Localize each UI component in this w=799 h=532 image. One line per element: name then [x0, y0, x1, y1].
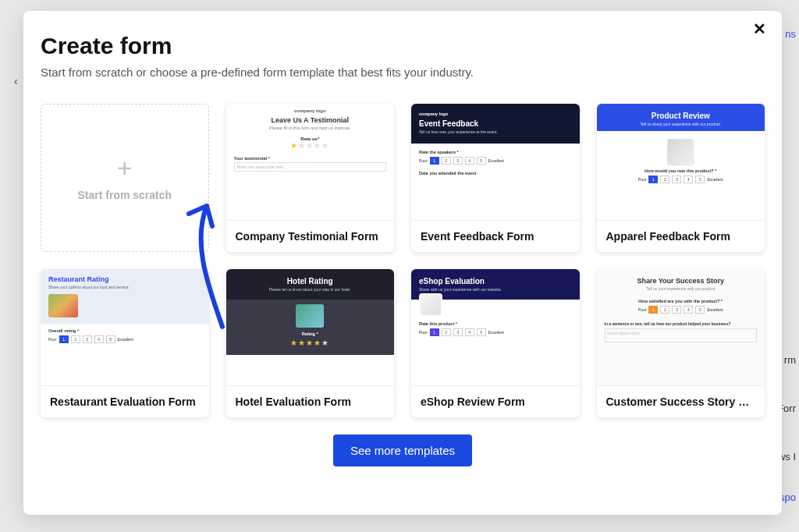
preview-stars: ★★★★★ [226, 141, 395, 150]
rating-box: 3 [453, 157, 463, 165]
start-from-scratch-label: Start from scratch [77, 189, 172, 201]
template-label: Hotel Evaluation Form [226, 385, 395, 417]
template-preview: Hotel Rating Please let us know about yo… [226, 269, 395, 385]
create-form-modal: ✕ Create form Start from scratch or choo… [23, 11, 782, 515]
preview-subtitle: Share your opinion about our food and se… [48, 285, 201, 289]
rating-box: 4 [684, 176, 693, 183]
rating-box: 1 [430, 328, 439, 336]
template-card-testimonial[interactable]: company logo Leave Us A Testimonial Plea… [226, 104, 395, 252]
rating-box: 4 [465, 328, 474, 336]
preview-title: Restaurant Rating [48, 275, 201, 283]
template-card-eshop[interactable]: eShop Evaluation Share with us your expe… [411, 269, 580, 417]
rating-box: 4 [465, 157, 474, 165]
modal-title: Create form [41, 33, 765, 59]
template-label: Customer Success Story Questionnaire [597, 385, 765, 417]
preview-rating: Poor 1 2 3 4 5 Excellent [419, 157, 572, 165]
template-card-event[interactable]: company logo Event Feedback Tell us how … [411, 104, 580, 252]
preview-product-image [667, 139, 694, 165]
template-label: Restaurant Evaluation Form [41, 385, 209, 417]
rating-label-poor: Poor [638, 177, 647, 182]
template-card-story[interactable]: Share Your Success Story Tell us your ex… [597, 269, 765, 417]
rating-box: 5 [106, 335, 115, 343]
template-preview: company logo Event Feedback Tell us how … [411, 104, 580, 220]
template-label: Event Feedback Form [411, 220, 580, 252]
preview-field-box: Write your testimonial here... [234, 162, 387, 172]
rating-box: 5 [477, 157, 486, 165]
rating-box: 4 [94, 335, 104, 343]
preview-rating: Poor 1 2 3 4 5 Excellent [605, 176, 758, 183]
preview-question: Overall rating * [48, 328, 201, 333]
start-from-scratch-card[interactable]: + Start from scratch [41, 104, 209, 252]
template-card-apparel[interactable]: Product Review Tell us about your experi… [597, 104, 765, 252]
bg-back-chevron: ‹ [14, 75, 18, 87]
preview-title: eShop Evaluation [419, 277, 572, 286]
rating-box: 1 [648, 176, 658, 183]
bg-text: ns [785, 28, 796, 40]
rating-label-poor: Poor [419, 158, 428, 163]
template-card-hotel[interactable]: Hotel Rating Please let us know about yo… [226, 269, 395, 417]
rating-box: 3 [453, 328, 463, 336]
rating-label-poor: Poor [419, 330, 428, 335]
rating-box: 2 [660, 176, 669, 183]
preview-rating: Poor 1 2 3 4 5 Excellent [48, 335, 201, 343]
preview-subtitle: Please let us know about your stay in ou… [234, 287, 387, 292]
rating-box: 2 [442, 328, 451, 336]
template-preview: Product Review Tell us about your experi… [597, 104, 765, 220]
preview-date-label: Date you attended the event [419, 171, 572, 176]
preview-question: Rate this product * [419, 321, 572, 326]
preview-subtitle: Share with us your experience with our w… [419, 287, 572, 292]
template-label: eShop Review Form [411, 385, 580, 417]
preview-logo: company logo [226, 104, 395, 113]
template-grid: + Start from scratch company logo Leave … [41, 104, 765, 417]
rating-label-excellent: Excellent [707, 307, 723, 312]
rating-label-excellent: Excellent [488, 330, 504, 335]
preview-field-label: Your testimonial * [234, 156, 387, 161]
rating-box: 3 [83, 335, 92, 343]
rating-box: 3 [672, 306, 681, 314]
preview-question: How would you rate this product? * [605, 168, 758, 173]
preview-question-2: In a sentence or two, tell us how our pr… [605, 321, 758, 326]
preview-rating: Poor 1 2 3 4 5 Excellent [419, 328, 572, 336]
rating-box: 2 [442, 157, 451, 165]
template-preview: company logo Leave Us A Testimonial Plea… [226, 104, 395, 220]
template-preview: eShop Evaluation Share with us your expe… [411, 269, 580, 385]
preview-food-image [48, 294, 78, 317]
modal-subtitle: Start from scratch or choose a pre-defin… [41, 66, 765, 79]
preview-logo: company logo [419, 112, 572, 116]
preview-title: Hotel Rating [234, 277, 387, 286]
preview-rating-label: Rating * [234, 332, 387, 336]
rating-box: 4 [684, 306, 693, 314]
preview-subtitle: Please fill in this form and help us imp… [226, 126, 395, 130]
rating-box: 2 [660, 306, 669, 314]
rating-label-poor: Poor [638, 307, 647, 312]
rating-box: 3 [672, 176, 681, 183]
preview-title: Share Your Success Story [605, 277, 758, 285]
template-preview: Restaurant Rating Share your opinion abo… [41, 269, 209, 385]
bg-text: rm [784, 354, 796, 366]
preview-stars: ★★★★★ [234, 339, 387, 347]
rating-label-excellent: Excellent [707, 177, 723, 182]
rating-box: 1 [430, 157, 439, 165]
preview-title: Leave Us A Testimonial [226, 116, 395, 124]
template-label: Company Testimonial Form [226, 220, 395, 252]
close-button[interactable]: ✕ [751, 22, 768, 39]
rating-box: 5 [477, 328, 486, 336]
preview-hotel-image [296, 304, 324, 328]
rating-box: 5 [695, 306, 705, 314]
preview-subtitle: Tell us how was your experience at the e… [419, 129, 572, 134]
preview-product-image [419, 293, 442, 317]
preview-title: Event Feedback [419, 119, 572, 128]
preview-textarea: Lorem ipsum dolor [605, 328, 758, 342]
template-preview: Share Your Success Story Tell us your ex… [597, 269, 765, 385]
rating-box: 2 [71, 335, 80, 343]
preview-title: Product Review [605, 112, 758, 120]
see-more-templates-button[interactable]: See more templates [333, 434, 472, 466]
preview-question: Rate the speakers * [419, 150, 572, 154]
template-label: Apparel Feedback Form [597, 220, 765, 252]
rating-box: 1 [648, 306, 658, 314]
plus-icon: + [117, 154, 133, 181]
preview-question: How satisfied are you with the product? … [605, 299, 758, 303]
preview-rating: Poor 1 2 3 4 5 Excellent [605, 306, 758, 314]
rating-label-excellent: Excellent [488, 158, 504, 163]
template-card-restaurant[interactable]: Restaurant Rating Share your opinion abo… [41, 269, 209, 417]
